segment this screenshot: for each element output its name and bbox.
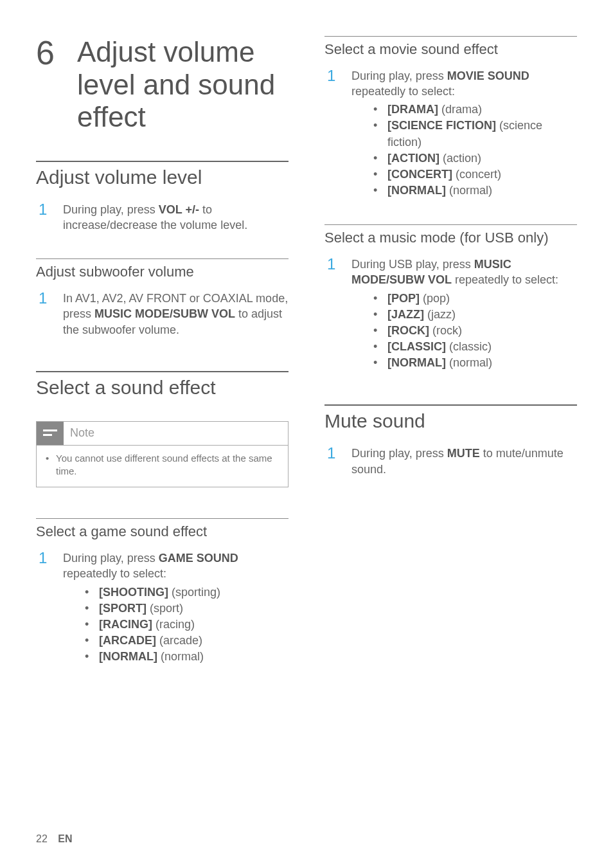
list-item: [NORMAL] (normal) [369,183,577,199]
note-icon [37,422,64,445]
list-item: [RACING] (racing) [81,617,289,633]
note-body: You cannot use different sound effects a… [37,445,288,487]
step-movie: 1 During play, press MOVIE SOUND repeate… [324,68,577,199]
list-item: [ROCK] (rock) [369,323,577,339]
svg-rect-1 [43,434,52,436]
step-mute: 1 During play, press MUTE to mute/unmute… [324,446,577,477]
list-item: [CONCERT] (concert) [369,167,577,183]
step-text: During play, press MOVIE SOUND repeatedl… [351,68,577,199]
step-volume: 1 During play, press VOL +/- to increase… [36,202,289,233]
chapter-title: Adjust volume level and sound effect [77,36,289,134]
step-number: 1 [39,291,53,338]
step-game: 1 During play, press GAME SOUND repeated… [36,550,289,665]
svg-rect-0 [43,429,57,431]
list-item: [ACTION] (action) [369,150,577,167]
list-item: [SPORT] (sport) [81,601,289,617]
page-footer: 22 EN [36,833,72,845]
list-item: [POP] (pop) [369,291,577,307]
note-title: Note [70,422,94,444]
h2-mute: Mute sound [324,404,577,433]
movie-options: [DRAMA] (drama) [SCIENCE FICTION] (scien… [351,102,577,199]
step-number: 1 [327,257,341,372]
page-columns: 6 Adjust volume level and sound effect A… [36,36,577,673]
list-item: [JAZZ] (jazz) [369,307,577,323]
h3-music: Select a music mode (for USB only) [324,224,577,248]
list-item: [NORMAL] (normal) [81,649,289,665]
game-options: [SHOOTING] (sporting) [SPORT] (sport) [R… [63,584,289,665]
step-text: During play, press MUTE to mute/unmute s… [351,446,577,477]
list-item: [SCIENCE FICTION] (science fiction) [369,118,577,150]
h3-movie: Select a movie sound effect [324,36,577,59]
note-box: Note You cannot use different sound effe… [36,421,289,488]
h3-game: Select a game sound effect [36,518,289,541]
chapter-number: 6 [36,36,62,69]
h3-subwoofer: Adjust subwoofer volume [36,258,289,282]
step-number: 1 [327,446,341,477]
step-text: During USB play, press MUSIC MODE/SUBW V… [351,257,577,372]
note-header: Note [37,422,288,445]
step-text: In AV1, AV2, AV FRONT or COAXIAL mode, p… [63,291,289,338]
list-item: [CLASSIC] (classic) [369,339,577,355]
page-language: EN [58,833,72,844]
note-item: You cannot use different sound effects a… [46,452,279,478]
list-item: [NORMAL] (normal) [369,355,577,371]
list-item: [ARCADE] (arcade) [81,633,289,649]
music-options: [POP] (pop) [JAZZ] (jazz) [ROCK] (rock) … [351,291,577,372]
step-text: During play, press VOL +/- to increase/d… [63,202,289,233]
h2-adjust-volume: Adjust volume level [36,161,289,189]
step-music: 1 During USB play, press MUSIC MODE/SUBW… [324,257,577,372]
h2-sound-effect: Select a sound effect [36,371,289,399]
list-item: [SHOOTING] (sporting) [81,584,289,601]
page-number: 22 [36,833,48,844]
left-column: 6 Adjust volume level and sound effect A… [36,36,289,673]
step-subwoofer: 1 In AV1, AV2, AV FRONT or COAXIAL mode,… [36,291,289,338]
chapter-heading: 6 Adjust volume level and sound effect [36,36,289,134]
step-number: 1 [39,202,53,233]
right-column: Select a movie sound effect 1 During pla… [324,36,577,673]
step-number: 1 [327,68,341,199]
list-item: [DRAMA] (drama) [369,102,577,118]
step-text: During play, press GAME SOUND repeatedly… [63,550,289,665]
step-number: 1 [39,550,53,665]
